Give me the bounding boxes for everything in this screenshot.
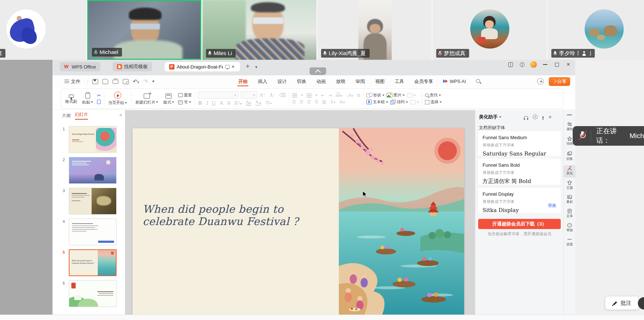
sidebar-item-theme[interactable]: 主题: [564, 180, 576, 190]
tab-slideshow[interactable]: 放映: [331, 75, 350, 87]
collapse-sidebar-icon[interactable]: [567, 115, 572, 115]
tab-tools[interactable]: 工具: [390, 75, 409, 87]
slide-thumbnail-2[interactable]: [69, 157, 117, 184]
participant-tile[interactable]: 李夕玲 ⌈⌋: [548, 0, 644, 60]
align-objects-button[interactable]: ⊜: [339, 99, 345, 104]
annotate-button[interactable]: 批注: [605, 296, 639, 309]
bullet-list-button[interactable]: [292, 93, 297, 97]
cloud-sync-icon[interactable]: [537, 78, 544, 85]
tab-wps-office[interactable]: WPS Office: [60, 62, 100, 71]
apps-icon[interactable]: [520, 62, 525, 67]
copy-button[interactable]: [97, 100, 101, 104]
replace-link[interactable]: 替换: [548, 203, 556, 209]
redo-button[interactable]: ↷: [143, 78, 148, 85]
save-icon[interactable]: [92, 79, 98, 84]
line-spacing-button[interactable]: ⇕: [330, 99, 336, 104]
pin-icon[interactable]: [542, 116, 544, 118]
font-card[interactable]: Funnel Display 将替换成下方字体 Sitka Display 替换: [478, 188, 561, 213]
convert-smartart-button[interactable]: ⧉: [357, 93, 360, 98]
italic-button[interactable]: I: [206, 101, 208, 105]
participant-tile-speaking[interactable]: Michael: [87, 0, 201, 60]
layout-mode-icon[interactable]: [508, 62, 513, 67]
minimize-button[interactable]: [542, 61, 548, 68]
columns-button[interactable]: ▥: [322, 99, 326, 104]
account-avatar[interactable]: [530, 61, 537, 68]
select-button[interactable]: 选择: [425, 99, 442, 105]
sidebar-item-help[interactable]: ? 帮助: [564, 222, 576, 233]
collapse-panel-button[interactable]: <: [119, 113, 122, 118]
char-spacing-button[interactable]: A̶: [220, 101, 223, 105]
strikethrough-button[interactable]: S: [227, 101, 230, 105]
textbox-button[interactable]: A文本框: [366, 99, 388, 105]
participant-tile[interactable]: Lily-Xia鸿雁_夏: [317, 0, 432, 60]
slide-thumbnail-1[interactable]: About Dragon Boat Festival: [69, 126, 117, 153]
share-button[interactable]: 分享: [549, 77, 570, 86]
numbered-list-button[interactable]: [307, 93, 312, 97]
reset-button[interactable]: 重置: [178, 92, 192, 98]
picture-button[interactable]: 图片: [387, 92, 405, 98]
format-painter-button[interactable]: 格式刷: [64, 93, 78, 104]
undo-button[interactable]: ↶▾: [133, 78, 139, 85]
slide-editing-area[interactable]: When did people begin to celebrate Duanw…: [125, 110, 475, 315]
collapse-ribbon-handle[interactable]: [310, 67, 326, 75]
print-icon[interactable]: [113, 80, 118, 84]
member-download-button[interactable]: 开通超级会员后下载（3）: [478, 219, 561, 229]
tab-transition[interactable]: 切换: [292, 75, 311, 87]
support-headset-icon[interactable]: [524, 116, 528, 119]
ribbon-search-button[interactable]: [471, 75, 485, 87]
bold-button[interactable]: B: [198, 101, 202, 105]
tab-member[interactable]: 会员专享: [409, 75, 438, 87]
sidebar-item-transition[interactable]: 切换: [564, 151, 576, 161]
tab-design[interactable]: 设计: [272, 75, 292, 87]
tab-view[interactable]: 视图: [370, 75, 390, 87]
new-slide-button[interactable]: 新建幻灯片: [134, 92, 159, 105]
font-card[interactable]: Funnel Sans Medium 将替换成下方字体 Saturday San…: [478, 131, 561, 156]
chart-button-disabled[interactable]: [407, 93, 416, 97]
sidebar-item-settings[interactable]: 设置: [564, 236, 576, 247]
decrease-font-button[interactable]: A⁻: [269, 93, 275, 97]
sidebar-item-assets[interactable]: 素材: [564, 194, 576, 204]
font-card[interactable]: Funnel Sans Bold 将替换成下方字体 方正清仿宋 简 Bold: [478, 159, 561, 185]
decrease-indent-button[interactable]: ⇤: [321, 93, 325, 98]
print-preview-icon[interactable]: [123, 79, 129, 84]
slide-thumbnail-5-selected[interactable]: When did people begin tocelebrate Duanwu…: [69, 249, 117, 276]
paste-button[interactable]: 粘贴: [81, 92, 94, 105]
tab-slides[interactable]: 幻灯片: [75, 112, 88, 120]
more-commands-dropdown[interactable]: ▾: [152, 79, 155, 84]
increase-indent-button[interactable]: ⇥: [328, 93, 332, 98]
align-left-button[interactable]: ☰: [292, 99, 296, 104]
increase-font-button[interactable]: A⁺: [260, 93, 265, 97]
slide-title-text[interactable]: When did people begin to celebrate Duanw…: [143, 203, 316, 228]
font-size-select[interactable]: [241, 91, 257, 99]
panel-title-dropdown[interactable]: [499, 116, 501, 118]
clear-format-button[interactable]: ⌫: [279, 93, 286, 97]
justify-button[interactable]: ☰: [315, 99, 319, 104]
tab-outline[interactable]: 大纲: [62, 113, 71, 119]
tab-docer-templates[interactable]: 找稻壳模板: [113, 62, 152, 71]
tab-insert[interactable]: 插入: [253, 75, 272, 87]
slide-thumbnail-3[interactable]: [69, 188, 117, 215]
play-from-current-button[interactable]: 当页开始: [107, 92, 128, 105]
superscript-button[interactable]: X²: [234, 101, 241, 105]
participant-tile[interactable]: Miles Li: [202, 0, 316, 60]
text-orientation-button[interactable]: ↓A: [346, 93, 353, 98]
highlight-button[interactable]: ✎: [255, 100, 261, 106]
tab-wps-ai[interactable]: WPS AI: [438, 75, 471, 87]
text-direction-button[interactable]: ab: [336, 93, 342, 98]
sidebar-item-library[interactable]: 文库: [564, 208, 576, 219]
tab-list-dropdown[interactable]: ▾: [255, 65, 257, 70]
arrange-button[interactable]: 排列: [390, 99, 408, 105]
cut-button[interactable]: ✂: [97, 93, 101, 98]
tab-document-active[interactable]: P About-Dragon-Boat-Festiva: [165, 62, 240, 71]
align-center-button[interactable]: ☰: [300, 99, 304, 104]
tab-animation[interactable]: 动画: [311, 75, 331, 87]
close-button[interactable]: ×: [565, 61, 572, 68]
participant-tile[interactable]: 鹰: [0, 0, 86, 60]
close-panel-icon[interactable]: ×: [548, 114, 552, 120]
export-icon[interactable]: [102, 79, 108, 84]
font-color-button[interactable]: A: [246, 100, 251, 106]
mic-muted-icon[interactable]: [578, 130, 586, 141]
underline-button[interactable]: U: [212, 101, 216, 105]
slide-thumbnail-4[interactable]: [69, 219, 117, 245]
align-right-button[interactable]: ☰: [307, 99, 311, 104]
